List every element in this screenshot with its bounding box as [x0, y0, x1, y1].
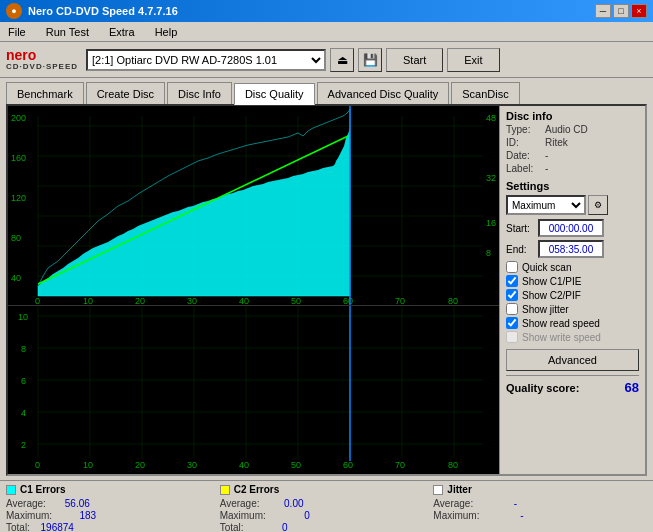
start-input[interactable] — [538, 219, 604, 237]
tab-create-disc[interactable]: Create Disc — [86, 82, 165, 104]
type-label: Type: — [506, 124, 541, 135]
quality-value: 68 — [625, 380, 639, 395]
bottom-stats-bar: C1 Errors Average: 56.06 Maximum: 183 To… — [0, 480, 653, 532]
c1-errors-section: C1 Errors Average: 56.06 Maximum: 183 To… — [6, 484, 220, 532]
show-read-speed-label: Show read speed — [522, 318, 600, 329]
svg-text:80: 80 — [11, 233, 21, 243]
disc-info-title: Disc info — [506, 110, 639, 122]
c2-total-value: 0 — [248, 522, 288, 532]
c2-errors-label: C2 Errors — [234, 484, 280, 495]
quality-row: Quality score: 68 — [506, 380, 639, 395]
app-title: Nero CD-DVD Speed 4.7.7.16 — [28, 5, 178, 17]
svg-text:80: 80 — [448, 460, 458, 470]
start-label: Start: — [506, 223, 534, 234]
menu-file[interactable]: File — [4, 25, 30, 39]
c2-maximum-label: Maximum: — [220, 510, 266, 521]
main-content: 200 160 120 80 40 48 32 16 8 0 10 20 30 … — [6, 104, 647, 476]
svg-text:50: 50 — [291, 460, 301, 470]
svg-text:0: 0 — [35, 460, 40, 470]
svg-text:20: 20 — [135, 460, 145, 470]
disc-label-label: Label: — [506, 163, 541, 174]
titlebar: ● Nero CD-DVD Speed 4.7.7.16 ─ □ × — [0, 0, 653, 22]
svg-text:40: 40 — [239, 296, 249, 305]
minimize-button[interactable]: ─ — [595, 4, 611, 18]
jitter-maximum-value: - — [483, 510, 523, 521]
show-c2-pif-checkbox[interactable] — [506, 289, 518, 301]
svg-text:160: 160 — [11, 153, 26, 163]
svg-text:40: 40 — [11, 273, 21, 283]
svg-text:0: 0 — [35, 296, 40, 305]
c1-average-value: 56.06 — [50, 498, 90, 509]
svg-text:50: 50 — [291, 296, 301, 305]
chart-bottom-svg: 10 8 6 4 2 0 10 20 30 40 50 60 70 80 — [8, 306, 499, 474]
tab-bar: Benchmark Create Disc Disc Info Disc Qua… — [0, 78, 653, 104]
tab-disc-info[interactable]: Disc Info — [167, 82, 232, 104]
menu-extra[interactable]: Extra — [105, 25, 139, 39]
tab-benchmark[interactable]: Benchmark — [6, 82, 84, 104]
show-c2-pif-label: Show C2/PIF — [522, 290, 581, 301]
show-c1-pie-checkbox[interactable] — [506, 275, 518, 287]
quick-scan-checkbox[interactable] — [506, 261, 518, 273]
drive-selector[interactable]: [2:1] Optiarc DVD RW AD-7280S 1.01 — [86, 49, 326, 71]
menu-help[interactable]: Help — [151, 25, 182, 39]
close-button[interactable]: × — [631, 4, 647, 18]
jitter-section: Jitter Average: - Maximum: - — [433, 484, 647, 532]
exit-button[interactable]: Exit — [447, 48, 499, 72]
svg-text:6: 6 — [21, 376, 26, 386]
end-label: End: — [506, 244, 534, 255]
id-value: Ritek — [545, 137, 568, 148]
c1-maximum-label: Maximum: — [6, 510, 52, 521]
svg-text:30: 30 — [187, 296, 197, 305]
svg-text:120: 120 — [11, 193, 26, 203]
svg-text:8: 8 — [21, 344, 26, 354]
start-button[interactable]: Start — [386, 48, 443, 72]
svg-text:20: 20 — [135, 296, 145, 305]
show-jitter-checkbox[interactable] — [506, 303, 518, 315]
c1-total-value: 196874 — [34, 522, 74, 532]
jitter-average-label: Average: — [433, 498, 473, 509]
svg-text:16: 16 — [486, 218, 496, 228]
show-read-speed-checkbox[interactable] — [506, 317, 518, 329]
svg-text:10: 10 — [18, 312, 28, 322]
type-value: Audio CD — [545, 124, 588, 135]
svg-rect-36 — [8, 306, 499, 474]
quick-scan-label: Quick scan — [522, 262, 571, 273]
nero-logo: nero CD·DVD·SPEED — [6, 48, 78, 71]
tab-disc-quality[interactable]: Disc Quality — [234, 83, 315, 105]
date-label: Date: — [506, 150, 541, 161]
chart-bottom: 10 8 6 4 2 0 10 20 30 40 50 60 70 80 — [8, 306, 499, 474]
chart-top-svg: 200 160 120 80 40 48 32 16 8 0 10 20 30 … — [8, 106, 499, 305]
advanced-button[interactable]: Advanced — [506, 349, 639, 371]
svg-text:70: 70 — [395, 296, 405, 305]
svg-text:2: 2 — [21, 440, 26, 450]
settings-option-button[interactable]: ⚙ — [588, 195, 608, 215]
end-input[interactable] — [538, 240, 604, 258]
svg-text:80: 80 — [448, 296, 458, 305]
svg-text:40: 40 — [239, 460, 249, 470]
c2-average-label: Average: — [220, 498, 260, 509]
svg-text:200: 200 — [11, 113, 26, 123]
disc-label-value: - — [545, 163, 548, 174]
window-controls[interactable]: ─ □ × — [595, 4, 647, 18]
show-write-speed-checkbox[interactable] — [506, 331, 518, 343]
svg-text:4: 4 — [21, 408, 26, 418]
jitter-color-box — [433, 485, 443, 495]
date-value: - — [545, 150, 548, 161]
svg-text:60: 60 — [343, 460, 353, 470]
svg-text:30: 30 — [187, 460, 197, 470]
maximize-button[interactable]: □ — [613, 4, 629, 18]
c1-average-label: Average: — [6, 498, 46, 509]
svg-text:10: 10 — [83, 460, 93, 470]
mode-select[interactable]: Maximum — [506, 195, 586, 215]
chart-top: 200 160 120 80 40 48 32 16 8 0 10 20 30 … — [8, 106, 499, 306]
menubar: File Run Test Extra Help — [0, 22, 653, 42]
c1-errors-label: C1 Errors — [20, 484, 66, 495]
tab-advanced-disc-quality[interactable]: Advanced Disc Quality — [317, 82, 450, 104]
menu-run-test[interactable]: Run Test — [42, 25, 93, 39]
jitter-label: Jitter — [447, 484, 471, 495]
tab-scandisc[interactable]: ScanDisc — [451, 82, 519, 104]
eject-button[interactable]: ⏏ — [330, 48, 354, 72]
settings-title: Settings — [506, 180, 639, 192]
save-button[interactable]: 💾 — [358, 48, 382, 72]
divider — [506, 375, 639, 376]
